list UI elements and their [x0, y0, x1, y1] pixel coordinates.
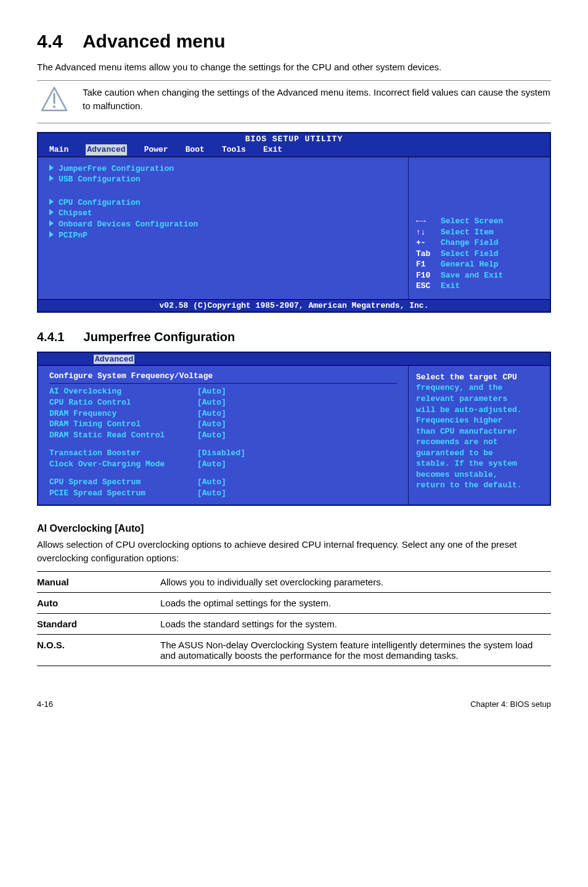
- bios-setup-screenshot: BIOS SETUP UTILITY Main Advanced Power B…: [37, 132, 551, 313]
- option-key: Standard: [37, 613, 160, 634]
- field-value: [Auto]: [197, 408, 226, 419]
- triangle-icon: [49, 165, 54, 171]
- help-text-line: Select the target CPU: [416, 372, 542, 383]
- option-heading: AI Overclocking [Auto]: [37, 523, 551, 534]
- help-text-line: guaranteed to be: [416, 448, 542, 459]
- field-value: [Disabled]: [197, 448, 245, 459]
- bios-field-row: DRAM Static Read Control[Auto]: [49, 430, 397, 441]
- option-key: Manual: [37, 571, 160, 592]
- field-value: [Auto]: [197, 397, 226, 408]
- tab-advanced: Advanced: [86, 144, 126, 155]
- help-key: F10: [416, 270, 441, 281]
- menu-item-label: CPU Configuration: [59, 198, 141, 207]
- bios-menu-tabs: Main Advanced Power Boot Tools Exit: [38, 144, 550, 157]
- bios-panel-header: Configure System Frequency/Voltage: [49, 371, 397, 384]
- bios-field-row: DRAM Frequency[Auto]: [49, 408, 397, 419]
- help-key-label: Change Field: [441, 238, 499, 247]
- field-label: PCIE Spread Spectrum: [49, 488, 197, 499]
- menu-item: JumperFree Configuration: [49, 163, 397, 175]
- help-key-label: Select Field: [441, 249, 499, 258]
- triangle-icon: [49, 231, 54, 237]
- help-key-row: TabSelect Field: [416, 249, 542, 260]
- svg-point-2: [53, 105, 55, 108]
- bios-menu-panel: JumperFree Configuration USB Configurati…: [38, 157, 408, 299]
- field-value: [Auto]: [197, 488, 226, 499]
- menu-item: PCIPnP: [49, 230, 397, 241]
- menu-item-label: JumperFree Configuration: [59, 164, 174, 173]
- tab-tools: Tools: [222, 144, 246, 155]
- menu-item: USB Configuration: [49, 174, 397, 185]
- bios-footer: v02.58 (C)Copyright 1985-2007, American …: [38, 299, 550, 312]
- help-key-row: ↑↓Select Item: [416, 227, 542, 238]
- option-text: The ASUS Non-delay Overclocking System f…: [160, 634, 551, 666]
- subsection-number: 4.4.1: [37, 330, 80, 344]
- bios-field-row: DRAM Timing Control[Auto]: [49, 419, 397, 430]
- bios-fields-panel: Configure System Frequency/Voltage AI Ov…: [38, 366, 408, 505]
- field-label: DRAM Frequency: [49, 408, 197, 419]
- caution-text: Take caution when changing the settings …: [83, 86, 551, 113]
- bios-field-row: Transaction Booster[Disabled]: [49, 448, 397, 459]
- bios-help-panel: Select the target CPU frequency, and the…: [408, 366, 550, 505]
- tab-main: Main: [49, 144, 68, 155]
- help-text-line: frequency, and the: [416, 382, 542, 394]
- help-text-line: than CPU manufacturer: [416, 426, 542, 437]
- help-key: +-: [416, 237, 441, 249]
- help-text-line: return to the default.: [416, 480, 542, 491]
- help-text-line: Frequencies higher: [416, 415, 542, 426]
- help-text-line: recomends are not: [416, 437, 542, 448]
- bios-field-row: AI Overclocking[Auto]: [49, 386, 397, 397]
- help-key: ↑↓: [416, 227, 441, 238]
- option-text: Loads the standard settings for the syst…: [160, 613, 551, 634]
- table-row: Auto Loads the optimal settings for the …: [37, 592, 551, 613]
- help-text-line: relevant parameters: [416, 394, 542, 405]
- help-key-row: ←→Select Screen: [416, 216, 542, 227]
- bios-field-row: CPU Spread Spectrum[Auto]: [49, 477, 397, 488]
- menu-item: CPU Configuration: [49, 197, 397, 208]
- subsection-title: Jumperfree Configuration: [84, 330, 235, 344]
- field-label: AI Overclocking: [49, 386, 197, 397]
- help-key-label: Exit: [441, 281, 460, 291]
- help-key-row: ESCExit: [416, 281, 542, 292]
- option-description: Allows selection of CPU overclocking opt…: [37, 538, 551, 565]
- help-key: ←→: [416, 216, 441, 227]
- bios-field-row: Clock Over-Charging Mode[Auto]: [49, 459, 397, 470]
- caution-block: Take caution when changing the settings …: [37, 80, 551, 123]
- field-label: Clock Over-Charging Mode: [49, 459, 197, 470]
- help-key: F1: [416, 259, 441, 270]
- footer-chapter: Chapter 4: BIOS setup: [470, 699, 551, 709]
- help-key: ESC: [416, 281, 441, 292]
- triangle-icon: [49, 209, 54, 215]
- help-key-label: Select Screen: [441, 217, 503, 226]
- help-key-label: General Help: [441, 260, 499, 269]
- field-value: [Auto]: [197, 477, 226, 488]
- field-value: [Auto]: [197, 419, 226, 430]
- bios-field-row: CPU Ratio Control[Auto]: [49, 397, 397, 408]
- bios-tab-row: Advanced: [38, 353, 550, 365]
- footer-page-number: 4-16: [37, 699, 53, 709]
- help-key-label: Select Item: [441, 228, 494, 237]
- triangle-icon: [49, 199, 54, 205]
- help-key-label: Save and Exit: [441, 271, 503, 280]
- help-key-row: F10Save and Exit: [416, 270, 542, 281]
- options-table: Manual Allows you to individually set ov…: [37, 571, 551, 666]
- help-key-row: +-Change Field: [416, 237, 542, 249]
- option-key: N.O.S.: [37, 634, 160, 666]
- menu-item: Chipset: [49, 208, 397, 219]
- field-label: CPU Spread Spectrum: [49, 477, 197, 488]
- option-text: Loads the optimal settings for the syste…: [160, 592, 551, 613]
- tab-power: Power: [144, 144, 168, 155]
- field-value: [Auto]: [197, 386, 226, 397]
- bios-jumperfree-screenshot: Advanced Configure System Frequency/Volt…: [37, 352, 551, 506]
- bios-field-row: PCIE Spread Spectrum[Auto]: [49, 488, 397, 499]
- menu-item-label: USB Configuration: [59, 175, 141, 184]
- field-label: Transaction Booster: [49, 448, 197, 459]
- field-value: [Auto]: [197, 430, 226, 441]
- heading-text: Advanced menu: [83, 31, 226, 51]
- option-key: Auto: [37, 592, 160, 613]
- triangle-icon: [49, 175, 54, 181]
- option-text: Allows you to individually set overclock…: [160, 571, 551, 592]
- field-label: DRAM Static Read Control: [49, 430, 197, 441]
- intro-paragraph: The Advanced menu items allow you to cha…: [37, 60, 551, 74]
- heading-number: 4.4: [37, 31, 63, 51]
- table-row: Standard Loads the standard settings for…: [37, 613, 551, 634]
